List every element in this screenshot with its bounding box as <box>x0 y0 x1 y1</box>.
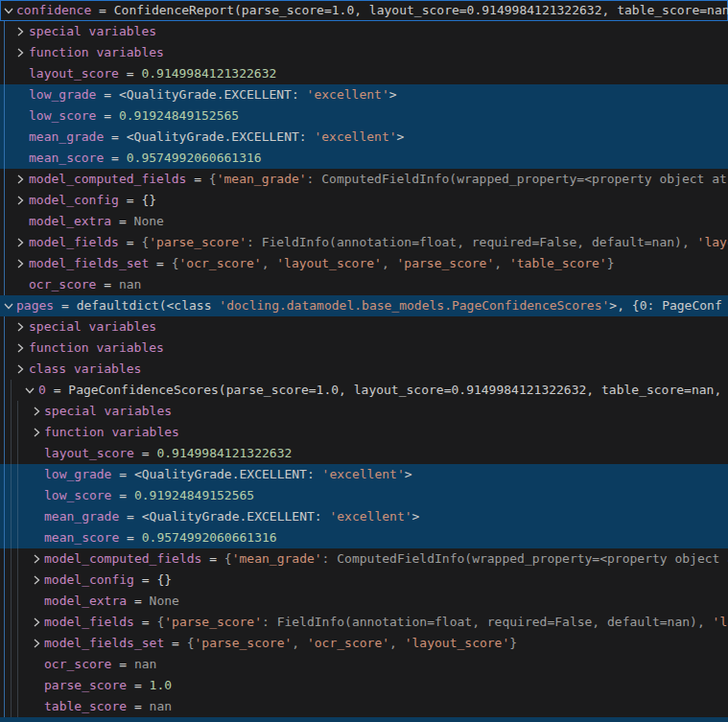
indent-guide <box>4 696 5 717</box>
indent-guide <box>4 548 5 570</box>
indent-guide <box>4 316 5 338</box>
tree-row-model_extra[interactable]: model_extra = None <box>0 211 728 232</box>
variable-name: model_computed_fields <box>29 172 186 186</box>
tree-row-model_fields_set[interactable]: model_fields_set = {'ocr_score', 'layout… <box>0 253 728 274</box>
row-content: special variables <box>29 316 156 338</box>
chevron-down-icon[interactable] <box>22 383 37 398</box>
tree-row-model_computed_fields[interactable]: model_computed_fields = {'mean_grade': C… <box>0 169 728 190</box>
tree-row-functionvariables[interactable]: function variables <box>0 422 728 443</box>
tree-row-specialvariables[interactable]: special variables <box>0 401 728 422</box>
chevron-right-icon[interactable] <box>12 235 28 250</box>
variable-name: mean_grade <box>44 509 119 524</box>
tree-row-parse_score[interactable]: parse_score = 1.0 <box>0 675 728 696</box>
chevron-right-icon[interactable] <box>29 615 44 630</box>
tree-row-specialvariables[interactable]: special variables <box>0 21 728 42</box>
tree-row-specialvariables[interactable]: special variables <box>0 316 728 338</box>
variable-value-segment: {} <box>156 572 172 587</box>
tree-row-classvariables[interactable]: class variables <box>0 359 728 380</box>
tree-row-low_score[interactable]: low_score = 0.91924849152565 <box>0 485 728 506</box>
variable-value-segment: >, {0: PageConf <box>609 298 721 313</box>
chevron-right-icon[interactable] <box>12 256 28 271</box>
tree-row-layout_score[interactable]: layout_score = 0.9149984121322632 <box>0 63 728 84</box>
tree-row-functionvariables[interactable]: function variables <box>0 42 728 63</box>
tree-row-mean_score[interactable]: mean_score = 0.9574992060661316 <box>0 148 728 169</box>
tree-row-partial[interactable] <box>0 717 728 722</box>
chevron-right-icon[interactable] <box>12 193 28 208</box>
tree-row-model_fields_set[interactable]: model_fields_set = {'parse_score', 'ocr_… <box>0 633 728 654</box>
tree-row-low_score[interactable]: low_score = 0.91924849152565 <box>0 105 728 127</box>
row-content: layout_score = 0.9149984121322632 <box>29 63 276 84</box>
indent-guide <box>11 527 12 548</box>
chevron-right-icon[interactable] <box>12 45 28 60</box>
tree-row-model_config[interactable]: model_config = {} <box>0 190 728 211</box>
indent-guide <box>17 548 18 570</box>
tree-row-mean_score[interactable]: mean_score = 0.9574992060661316 <box>0 527 728 548</box>
chevron-right-icon[interactable] <box>12 340 28 356</box>
debug-variables-panel: confidence = ConfidenceReport(parse_scor… <box>0 0 728 722</box>
row-content: 0 = PageConfidenceScores(parse_score=1.0… <box>38 380 728 401</box>
tree-row-low_grade[interactable]: low_grade = <QualityGrade.EXCELLENT: 'ex… <box>0 464 728 485</box>
variable-name: special variables <box>44 404 172 418</box>
row-content: function variables <box>29 338 164 359</box>
chevron-right-icon[interactable] <box>29 572 44 588</box>
indent-guide <box>17 443 18 464</box>
variable-value-segment: , <box>262 256 277 270</box>
indent-guide <box>4 169 5 190</box>
variable-name: model_config <box>29 193 119 207</box>
tree-row-pages[interactable]: pages = defaultdict(<class 'docling.data… <box>0 295 728 316</box>
variable-value-segment: <QualityGrade.EXCELLENT: <box>127 129 315 144</box>
variable-value-segment: = <box>149 256 171 270</box>
tree-row-model_fields[interactable]: model_fields = {'parse_score': FieldInfo… <box>0 612 728 633</box>
tree-row-mean_grade[interactable]: mean_grade = <QualityGrade.EXCELLENT: 'e… <box>0 506 728 527</box>
variable-value-segment: = <box>119 530 141 545</box>
row-content: special variables <box>44 401 172 422</box>
chevron-right-icon[interactable] <box>29 636 44 651</box>
variable-value-segment: = <box>91 3 113 17</box>
tree-row-table_score[interactable]: table_score = nan <box>0 696 728 717</box>
tree-row-layout_score[interactable]: layout_score = 0.9149984121322632 <box>0 443 728 464</box>
tree-row-0[interactable]: 0 = PageConfidenceScores(parse_score=1.0… <box>0 380 728 401</box>
variable-value-segment: } <box>509 636 517 650</box>
variable-value-segment: 0.91924849152565 <box>134 488 254 502</box>
variable-value-segment: = <box>119 509 141 524</box>
variable-value-segment: = <box>134 572 156 587</box>
chevron-right-icon[interactable] <box>12 361 28 377</box>
variable-name: table_score <box>44 699 127 713</box>
chevron-right-icon[interactable] <box>29 551 44 567</box>
chevron-down-icon[interactable] <box>1 3 16 18</box>
variable-name: class variables <box>29 361 141 376</box>
tree-row-confidence[interactable]: confidence = ConfidenceReport(parse_scor… <box>0 0 728 21</box>
tree-row-ocr_score[interactable]: ocr_score = nan <box>0 274 728 295</box>
variable-value-segment: 'excellent' <box>322 467 405 481</box>
variable-value-segment: 'la <box>713 615 728 629</box>
chevron-right-icon[interactable] <box>12 172 28 187</box>
row-content: model_fields_set = {'parse_score', 'ocr_… <box>44 633 517 654</box>
indent-guide <box>4 232 5 253</box>
tree-row-model_computed_fields[interactable]: model_computed_fields = {'mean_grade': C… <box>0 548 728 570</box>
indent-guide <box>11 548 12 570</box>
chevron-down-icon[interactable] <box>1 298 16 314</box>
variable-value-segment: nan <box>134 657 156 671</box>
variable-value-segment: = <box>111 467 133 481</box>
variable-value-segment: = <box>127 678 149 692</box>
tree-row-model_config[interactable]: model_config = {} <box>0 570 728 591</box>
indent-guide <box>11 506 12 527</box>
tree-row-ocr_score[interactable]: ocr_score = nan <box>0 654 728 675</box>
variable-value-segment: : ComputedFieldInfo(wrapped_property=<pr… <box>322 551 728 566</box>
chevron-right-icon[interactable] <box>29 425 44 440</box>
tree-row-model_fields[interactable]: model_fields = {'parse_score': FieldInfo… <box>0 232 728 253</box>
chevron-right-icon[interactable] <box>12 24 28 39</box>
variable-value-segment: = <box>46 383 68 397</box>
variable-value-segment: nan <box>150 699 172 713</box>
chevron-right-icon[interactable] <box>12 319 28 335</box>
variable-value-segment: 'docling.datamodel.base_models.PageConfi… <box>219 298 609 313</box>
tree-row-mean_grade[interactable]: mean_grade = <QualityGrade.EXCELLENT: 'e… <box>0 127 728 148</box>
chevron-right-icon[interactable] <box>29 404 44 419</box>
indent-guide <box>4 42 5 63</box>
variable-value-segment: 1.0 <box>150 678 172 692</box>
row-content: table_score = nan <box>44 696 172 717</box>
tree-row-low_grade[interactable]: low_grade = <QualityGrade.EXCELLENT: 'ex… <box>0 84 728 105</box>
tree-row-model_extra[interactable]: model_extra = None <box>0 591 728 612</box>
tree-row-functionvariables[interactable]: function variables <box>0 338 728 359</box>
variable-name: pages <box>16 298 54 313</box>
